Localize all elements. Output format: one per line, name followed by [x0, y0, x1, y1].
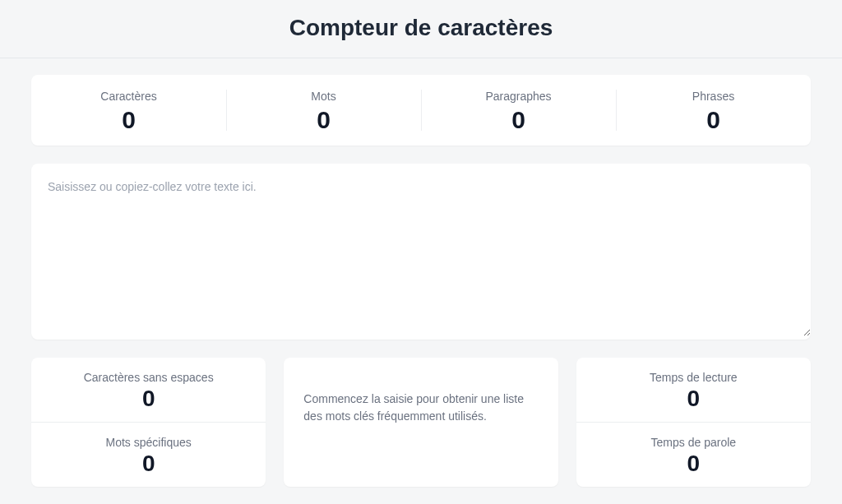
card-right: Temps de lecture 0 Temps de parole 0: [576, 358, 811, 487]
stats-row: Caractères 0 Mots 0 Paragraphes 0 Phrase…: [31, 75, 811, 146]
card-keywords-hint: Commencez la saisie pour obtenir une lis…: [284, 358, 557, 487]
stat-reading-time-value: 0: [585, 387, 803, 410]
text-input[interactable]: [31, 164, 811, 336]
page-title: Compteur de caractères: [0, 15, 842, 41]
stat-speech-time: Temps de parole 0: [576, 423, 811, 487]
stat-reading-time: Temps de lecture 0: [576, 358, 811, 423]
page-header: Compteur de caractères: [0, 0, 842, 58]
stat-sentences: Phrases 0: [616, 75, 811, 146]
stat-paragraphs-label: Paragraphes: [429, 90, 608, 103]
keywords-hint-text: Commencez la saisie pour obtenir une lis…: [303, 391, 538, 425]
stat-words-value: 0: [234, 108, 413, 132]
stat-specific-words-label: Mots spécifiques: [39, 436, 257, 449]
stat-words-label: Mots: [234, 90, 413, 103]
stat-chars-no-spaces: Caractères sans espaces 0: [31, 358, 266, 423]
stat-reading-time-label: Temps de lecture: [585, 371, 803, 384]
stat-specific-words-value: 0: [39, 452, 257, 475]
stat-words: Mots 0: [226, 75, 421, 146]
stat-chars-no-spaces-label: Caractères sans espaces: [39, 371, 257, 384]
stat-chars-no-spaces-value: 0: [39, 387, 257, 410]
stat-sentences-value: 0: [624, 108, 803, 132]
stat-specific-words: Mots spécifiques 0: [31, 423, 266, 487]
stat-characters-label: Caractères: [39, 90, 218, 103]
stat-speech-time-label: Temps de parole: [585, 436, 803, 449]
card-left: Caractères sans espaces 0 Mots spécifiqu…: [31, 358, 266, 487]
bottom-row: Caractères sans espaces 0 Mots spécifiqu…: [31, 358, 811, 487]
stat-paragraphs: Paragraphes 0: [421, 75, 616, 146]
stat-characters-value: 0: [39, 108, 218, 132]
stat-paragraphs-value: 0: [429, 108, 608, 132]
stat-speech-time-value: 0: [585, 452, 803, 475]
main-container: Caractères 0 Mots 0 Paragraphes 0 Phrase…: [0, 58, 842, 503]
textarea-container: [31, 164, 811, 340]
stat-sentences-label: Phrases: [624, 90, 803, 103]
stat-characters: Caractères 0: [31, 75, 226, 146]
